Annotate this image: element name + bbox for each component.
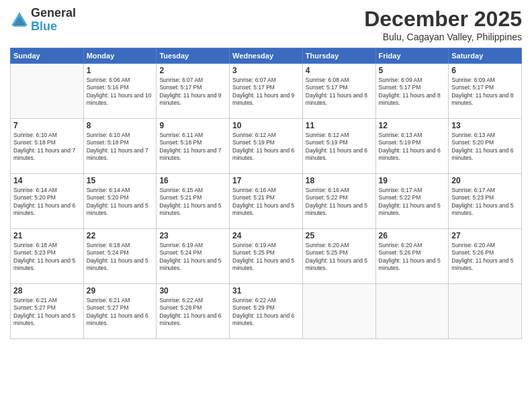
day-number: 26 [379,231,446,240]
day-info: Sunrise: 6:16 AMSunset: 5:22 PMDaylight:… [306,187,373,218]
day-number: 9 [159,121,226,130]
day-of-week-header: Friday [375,48,449,64]
day-of-week-header: Sunday [11,48,84,64]
day-info: Sunrise: 6:22 AMSunset: 5:28 PMDaylight:… [159,297,226,328]
day-number: 24 [232,231,300,240]
day-number: 29 [87,286,154,295]
calendar-cell [11,64,84,119]
day-number: 15 [87,176,154,185]
day-of-week-header: Saturday [449,48,522,64]
calendar-week-row: 14Sunrise: 6:14 AMSunset: 5:20 PMDayligh… [11,174,522,229]
calendar-cell [302,284,375,339]
calendar-week-row: 7Sunrise: 6:10 AMSunset: 5:18 PMDaylight… [11,119,522,174]
day-info: Sunrise: 6:20 AMSunset: 5:25 PMDaylight:… [306,242,373,273]
month-title: December 2025 [364,7,522,32]
day-of-week-header: Tuesday [157,48,230,64]
calendar-cell: 9Sunrise: 6:11 AMSunset: 5:18 PMDaylight… [157,119,230,174]
day-number: 7 [13,121,81,130]
calendar-cell: 28Sunrise: 6:21 AMSunset: 5:27 PMDayligh… [11,284,84,339]
day-info: Sunrise: 6:06 AMSunset: 5:16 PMDaylight:… [87,77,154,107]
day-number: 13 [451,121,519,130]
calendar-cell: 10Sunrise: 6:12 AMSunset: 5:19 PMDayligh… [230,119,303,174]
calendar-cell: 15Sunrise: 6:14 AMSunset: 5:20 PMDayligh… [83,174,157,229]
calendar-cell: 20Sunrise: 6:17 AMSunset: 5:23 PMDayligh… [449,174,522,229]
day-info: Sunrise: 6:07 AMSunset: 5:17 PMDaylight:… [232,77,300,107]
day-number: 16 [159,176,226,185]
calendar-cell [375,284,449,339]
day-info: Sunrise: 6:12 AMSunset: 5:19 PMDaylight:… [306,132,373,163]
day-info: Sunrise: 6:17 AMSunset: 5:23 PMDaylight:… [451,187,519,218]
logo: General Blue [10,7,76,34]
day-number: 19 [379,176,446,185]
day-info: Sunrise: 6:20 AMSunset: 5:26 PMDaylight:… [379,242,446,273]
calendar-cell: 2Sunrise: 6:07 AMSunset: 5:17 PMDaylight… [157,64,230,119]
day-number: 1 [87,66,154,75]
day-number: 18 [306,176,373,185]
day-info: Sunrise: 6:16 AMSunset: 5:21 PMDaylight:… [232,187,300,218]
day-number: 6 [451,66,519,75]
calendar-cell: 18Sunrise: 6:16 AMSunset: 5:22 PMDayligh… [302,174,375,229]
day-info: Sunrise: 6:19 AMSunset: 5:25 PMDaylight:… [232,242,300,273]
day-of-week-header: Monday [83,48,157,64]
day-info: Sunrise: 6:21 AMSunset: 5:27 PMDaylight:… [13,297,81,328]
calendar-cell: 19Sunrise: 6:17 AMSunset: 5:22 PMDayligh… [375,174,449,229]
calendar-cell: 12Sunrise: 6:13 AMSunset: 5:19 PMDayligh… [375,119,449,174]
day-info: Sunrise: 6:07 AMSunset: 5:17 PMDaylight:… [159,77,226,107]
calendar-cell: 8Sunrise: 6:10 AMSunset: 5:18 PMDaylight… [83,119,157,174]
calendar-cell: 4Sunrise: 6:08 AMSunset: 5:17 PMDaylight… [302,64,375,119]
day-info: Sunrise: 6:18 AMSunset: 5:23 PMDaylight:… [13,242,81,273]
day-info: Sunrise: 6:17 AMSunset: 5:22 PMDaylight:… [379,187,446,218]
day-number: 3 [232,66,300,75]
calendar-cell: 17Sunrise: 6:16 AMSunset: 5:21 PMDayligh… [230,174,303,229]
day-of-week-header: Wednesday [230,48,303,64]
day-number: 21 [13,231,81,240]
logo-blue: Blue [31,20,76,34]
day-info: Sunrise: 6:15 AMSunset: 5:21 PMDaylight:… [159,187,226,218]
day-info: Sunrise: 6:14 AMSunset: 5:20 PMDaylight:… [13,187,81,218]
day-number: 25 [306,231,373,240]
day-number: 31 [232,286,300,295]
day-number: 27 [451,231,519,240]
day-number: 11 [306,121,373,130]
calendar-cell: 7Sunrise: 6:10 AMSunset: 5:18 PMDaylight… [11,119,84,174]
calendar-cell: 29Sunrise: 6:21 AMSunset: 5:27 PMDayligh… [83,284,157,339]
day-info: Sunrise: 6:21 AMSunset: 5:27 PMDaylight:… [87,297,154,328]
header: General Blue December 2025 Bulu, Cagayan… [10,7,522,42]
day-info: Sunrise: 6:10 AMSunset: 5:18 PMDaylight:… [87,132,154,163]
calendar-week-row: 1Sunrise: 6:06 AMSunset: 5:16 PMDaylight… [11,64,522,119]
calendar-cell: 21Sunrise: 6:18 AMSunset: 5:23 PMDayligh… [11,229,84,284]
day-info: Sunrise: 6:10 AMSunset: 5:18 PMDaylight:… [13,132,81,163]
day-info: Sunrise: 6:18 AMSunset: 5:24 PMDaylight:… [87,242,154,273]
calendar-cell: 3Sunrise: 6:07 AMSunset: 5:17 PMDaylight… [230,64,303,119]
calendar-cell: 5Sunrise: 6:09 AMSunset: 5:17 PMDaylight… [375,64,449,119]
day-info: Sunrise: 6:20 AMSunset: 5:26 PMDaylight:… [451,242,519,273]
calendar-header-row: SundayMondayTuesdayWednesdayThursdayFrid… [11,48,522,64]
location-title: Bulu, Cagayan Valley, Philippines [364,32,522,42]
calendar-cell: 25Sunrise: 6:20 AMSunset: 5:25 PMDayligh… [302,229,375,284]
logo-general: General [31,7,76,20]
day-info: Sunrise: 6:11 AMSunset: 5:18 PMDaylight:… [159,132,226,163]
day-number: 2 [159,66,226,75]
day-number: 12 [379,121,446,130]
calendar-page: General Blue December 2025 Bulu, Cagayan… [0,0,532,411]
day-info: Sunrise: 6:14 AMSunset: 5:20 PMDaylight:… [87,187,154,218]
calendar-cell: 1Sunrise: 6:06 AMSunset: 5:16 PMDaylight… [83,64,157,119]
day-number: 17 [232,176,300,185]
calendar-cell: 22Sunrise: 6:18 AMSunset: 5:24 PMDayligh… [83,229,157,284]
title-block: December 2025 Bulu, Cagayan Valley, Phil… [364,7,522,42]
day-info: Sunrise: 6:08 AMSunset: 5:17 PMDaylight:… [306,77,373,107]
calendar-cell: 16Sunrise: 6:15 AMSunset: 5:21 PMDayligh… [157,174,230,229]
day-info: Sunrise: 6:19 AMSunset: 5:24 PMDaylight:… [159,242,226,273]
day-number: 30 [159,286,226,295]
calendar-cell: 26Sunrise: 6:20 AMSunset: 5:26 PMDayligh… [375,229,449,284]
calendar-week-row: 28Sunrise: 6:21 AMSunset: 5:27 PMDayligh… [11,284,522,339]
day-number: 4 [306,66,373,75]
calendar-cell: 11Sunrise: 6:12 AMSunset: 5:19 PMDayligh… [302,119,375,174]
day-number: 14 [13,176,81,185]
calendar-cell: 6Sunrise: 6:09 AMSunset: 5:17 PMDaylight… [449,64,522,119]
day-of-week-header: Thursday [302,48,375,64]
day-number: 10 [232,121,300,130]
day-number: 22 [87,231,154,240]
calendar-cell: 13Sunrise: 6:13 AMSunset: 5:20 PMDayligh… [449,119,522,174]
calendar-cell: 24Sunrise: 6:19 AMSunset: 5:25 PMDayligh… [230,229,303,284]
